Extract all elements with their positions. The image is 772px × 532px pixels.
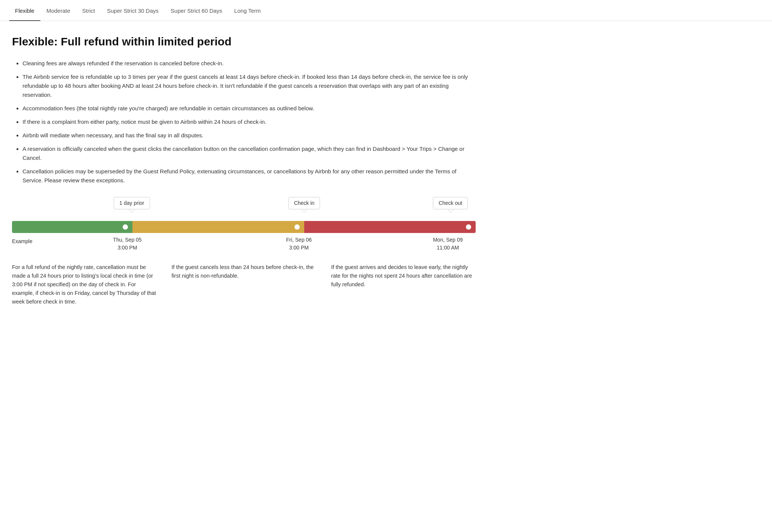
- list-item: Cleaning fees are always refunded if the…: [23, 59, 476, 68]
- date-3: Mon, Sep 09 11:00 AM: [433, 236, 463, 252]
- dot-checkout: [466, 224, 471, 230]
- date-1: Thu, Sep 05 3:00 PM: [113, 236, 141, 252]
- label-box-checkin: Check in: [288, 197, 320, 209]
- main-content: Flexible: Full refund within limited per…: [0, 21, 488, 322]
- tab-long-term[interactable]: Long Term: [228, 0, 267, 21]
- desc-col-3: If the guest arrives and decides to leav…: [331, 263, 476, 307]
- page-title: Flexible: Full refund within limited per…: [12, 33, 476, 50]
- bar-yellow: [132, 221, 304, 233]
- list-item: Cancellation policies may be superseded …: [23, 167, 476, 185]
- progress-bar: [12, 221, 476, 233]
- dot-prior: [123, 224, 128, 230]
- list-item: Accommodation fees (the total nightly ra…: [23, 104, 476, 113]
- arrow-checkout: [448, 209, 454, 213]
- arrow-prior: [129, 209, 135, 213]
- timeline-labels-row: 1 day prior Check in Check out: [12, 197, 476, 221]
- descriptions-row: For a full refund of the nightly rate, c…: [12, 263, 476, 307]
- list-item: If there is a complaint from either part…: [23, 117, 476, 126]
- policy-list: Cleaning fees are always refunded if the…: [12, 59, 476, 185]
- tab-strict[interactable]: Strict: [76, 0, 101, 21]
- list-item: Airbnb will mediate when necessary, and …: [23, 131, 476, 140]
- date-2: Fri, Sep 06 3:00 PM: [286, 236, 312, 252]
- label-check-in: Check in: [288, 197, 320, 213]
- tab-flexible[interactable]: Flexible: [9, 0, 41, 21]
- tabs-bar: Flexible Moderate Strict Super Strict 30…: [0, 0, 772, 21]
- tab-super-strict-30[interactable]: Super Strict 30 Days: [101, 0, 165, 21]
- arrow-checkin: [301, 209, 307, 213]
- desc-col-2: If the guest cancels less than 24 hours …: [171, 263, 316, 307]
- bar-green: [12, 221, 132, 233]
- dot-checkin: [294, 224, 300, 230]
- label-1-day-prior: 1 day prior: [114, 197, 150, 213]
- desc-col-1: For a full refund of the nightly rate, c…: [12, 263, 156, 307]
- label-box-checkout: Check out: [433, 197, 468, 209]
- tab-super-strict-60[interactable]: Super Strict 60 Days: [165, 0, 228, 21]
- tab-moderate[interactable]: Moderate: [41, 0, 76, 21]
- bar-red: [304, 221, 476, 233]
- list-item: A reservation is officially canceled whe…: [23, 144, 476, 162]
- label-check-out: Check out: [433, 197, 468, 213]
- timeline-section: 1 day prior Check in Check out: [12, 197, 476, 307]
- list-item: The Airbnb service fee is refundable up …: [23, 72, 476, 99]
- label-box-prior: 1 day prior: [114, 197, 150, 209]
- example-label: Example: [12, 237, 32, 245]
- dates-row: Example Thu, Sep 05 3:00 PM Fri, Sep 06 …: [12, 236, 476, 252]
